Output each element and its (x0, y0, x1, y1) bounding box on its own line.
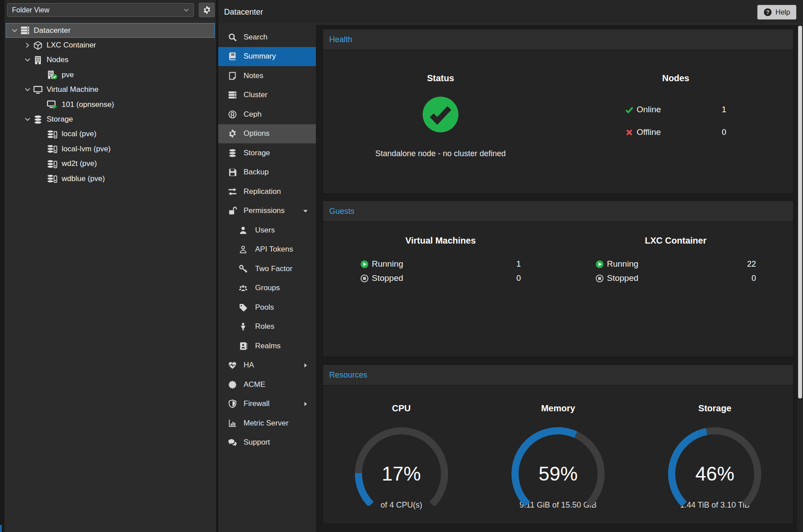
node-status-row: Online1 (625, 103, 726, 116)
tree-item-datacenter[interactable]: Datacenter (6, 23, 215, 38)
tree-expander-down-icon[interactable] (24, 56, 31, 64)
menu-item-replication[interactable]: Replication (218, 182, 316, 201)
key-icon (239, 264, 248, 273)
corner-sliver (0, 525, 2, 532)
menu-item-summary[interactable]: Summary (218, 47, 316, 67)
menu-item-roles[interactable]: Roles (218, 317, 316, 337)
book-icon (228, 52, 237, 61)
menu-item-storage[interactable]: Storage (218, 143, 316, 163)
menu-item-firewall[interactable]: Firewall (218, 394, 316, 414)
check-icon (625, 106, 634, 114)
guest-status-row: Stopped0 (595, 272, 756, 285)
menu-item-label: Firewall (244, 399, 270, 408)
tree-item-wd2t-pve[interactable]: wd2t (pve) (6, 157, 215, 171)
resource-gauge-cpu: 17% (344, 422, 459, 506)
server-icon (20, 26, 30, 35)
tree-expander-right-icon[interactable] (24, 41, 31, 49)
content-area: Health Status Standalone node - no clust… (316, 25, 803, 532)
content-scrollbar[interactable] (797, 25, 803, 532)
tree-settings-button[interactable] (199, 3, 215, 17)
menu-item-two-factor[interactable]: Two Factor (218, 259, 316, 279)
tag-icon (239, 303, 248, 312)
resource-heading: Storage (637, 403, 793, 414)
guest-status-label: Stopped (372, 273, 403, 283)
scrollbar-thumb[interactable] (798, 26, 802, 398)
menu-item-label: Storage (244, 149, 270, 158)
resource-heading: Memory (480, 403, 636, 414)
menu-item-pools[interactable]: Pools (218, 298, 316, 317)
menu-item-label: HA (244, 361, 254, 370)
menu-item-search[interactable]: Search (218, 28, 316, 47)
menu-item-options[interactable]: Options (218, 124, 316, 144)
tree-item-local-lvm-pve[interactable]: local-lvm (pve) (6, 142, 215, 156)
menu-item-notes[interactable]: Notes (218, 66, 316, 86)
note-icon (228, 71, 237, 80)
menu-item-groups[interactable]: Groups (218, 279, 316, 298)
tree-item-storage[interactable]: Storage (6, 112, 215, 126)
node-status-label: Online (637, 105, 661, 114)
menu-item-label: Pools (255, 303, 274, 312)
ceph-icon (228, 110, 237, 119)
datacenter-menu: SearchSummaryNotesClusterCephOptionsStor… (218, 25, 316, 532)
tree-item-virtual-machine[interactable]: Virtual Machine (6, 83, 215, 97)
tree-item-label: 101 (opnsense) (62, 100, 114, 109)
tree-item-label: Storage (47, 115, 73, 124)
caret-down-icon (302, 208, 309, 214)
guest-status-list: Running22Stopped0 (595, 257, 756, 285)
menu-item-support[interactable]: Support (218, 433, 316, 453)
menu-item-backup[interactable]: Backup (218, 163, 316, 182)
health-panel-body: Status Standalone node - no cluster defi… (323, 50, 793, 194)
page-title: Datacenter (224, 8, 263, 17)
database-icon (33, 115, 43, 124)
menu-item-permissions[interactable]: Permissions (218, 201, 316, 221)
tree-item-101-opnsense[interactable]: 101 (opnsense) (6, 97, 215, 112)
resource-tree-panel: Folder View DatacenterLXC ContainerNodes… (4, 0, 216, 532)
menu-item-ha[interactable]: HA (218, 356, 316, 375)
menu-item-label: Search (244, 33, 268, 42)
menu-item-realms[interactable]: Realms (218, 336, 316, 356)
tree-expander-down-icon[interactable] (11, 27, 19, 35)
menu-item-label: Options (244, 129, 270, 138)
tree-item-nodes[interactable]: Nodes (6, 53, 215, 67)
tree-item-lxc-container[interactable]: LXC Container (6, 38, 215, 52)
menu-item-label: Two Factor (255, 264, 292, 273)
tree-item-pve[interactable]: pve (6, 67, 215, 82)
health-panel-header: Health (323, 29, 793, 50)
view-mode-select[interactable]: Folder View (7, 3, 194, 17)
help-button[interactable]: ? Help (757, 5, 796, 20)
content-header: Datacenter ? Help (218, 0, 803, 24)
nodes-status-list: Online1Offline0 (625, 103, 726, 139)
database-drive-icon (47, 174, 58, 183)
menu-item-metric-server[interactable]: Metric Server (218, 414, 316, 433)
resource-column-memory: Memory 59%9.11 GiB of 15.50 GiB (480, 386, 636, 524)
menu-item-cluster[interactable]: Cluster (218, 86, 316, 105)
display-play-icon (47, 100, 58, 109)
cube-icon (33, 41, 43, 50)
play-circle-icon (595, 260, 604, 268)
database-drive-icon (47, 159, 58, 169)
resources-panel-title: Resources (329, 370, 367, 380)
tree-item-label: wd2t (pve) (62, 159, 97, 168)
menu-item-acme[interactable]: ACME (218, 375, 316, 394)
caret-right-icon (302, 401, 309, 407)
tree-item-wdblue-pve[interactable]: wdblue (pve) (6, 171, 215, 186)
menu-item-label: Groups (255, 284, 280, 292)
tree-item-label: local (pve) (62, 130, 96, 138)
health-nodes-column: Nodes Online1Offline0 (558, 50, 793, 194)
menu-item-api-tokens[interactable]: API Tokens (218, 240, 316, 260)
menu-item-ceph[interactable]: Ceph (218, 105, 316, 124)
cross-icon (625, 128, 634, 137)
database-drive-icon (47, 130, 58, 139)
stop-circle-icon (360, 274, 369, 283)
tree-item-local-pve[interactable]: local (pve) (6, 127, 215, 142)
tree-expander-down-icon[interactable] (24, 115, 31, 123)
tree-item-label: wdblue (pve) (62, 174, 105, 183)
menu-item-label: Cluster (244, 91, 268, 99)
chevron-down-icon (183, 7, 190, 14)
tree-expander-spacer (37, 160, 45, 168)
gear-icon (203, 6, 211, 14)
tree-item-label: Virtual Machine (47, 85, 98, 94)
gauge-percent-value: 46% (657, 463, 772, 485)
tree-expander-down-icon[interactable] (24, 86, 31, 94)
menu-item-users[interactable]: Users (218, 221, 316, 240)
